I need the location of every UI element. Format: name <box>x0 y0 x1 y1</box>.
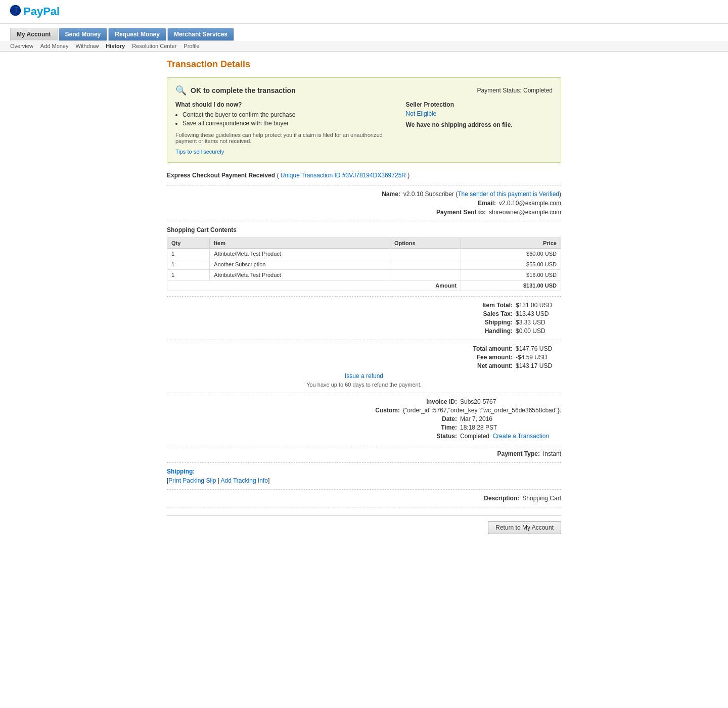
shipping-row: Shipping: $3.33 USD <box>167 319 561 326</box>
amount-label: Amount <box>167 280 461 291</box>
invoice-id-label: Invoice ID: <box>396 398 457 405</box>
fee-amount-label: Fee amount: <box>452 354 513 361</box>
table-row: 1 Attribute/Meta Test Product $60.00 USD <box>167 249 561 259</box>
shipping-links: [Print Packing Slip | Add Tracking Info] <box>167 477 561 484</box>
refund-note: You have up to 60 days to refund the pay… <box>167 382 561 388</box>
issue-refund-link[interactable]: Issue a refund <box>167 372 561 380</box>
nav-add-money[interactable]: Add Money <box>40 43 69 49</box>
main-content: Transaction Details 🔍 OK to complete the… <box>157 52 571 542</box>
create-transaction-link[interactable]: Create a Transaction <box>493 433 549 440</box>
item-total-label: Item Total: <box>452 302 513 309</box>
email-value: v2.0.10@example.com <box>499 200 561 207</box>
invoice-id-row: Invoice ID: Subs20-5767 <box>167 398 561 405</box>
nav-send-money[interactable]: Send Money <box>59 28 108 41</box>
handling-label: Handling: <box>452 327 513 335</box>
payment-status-label: Payment Status: <box>477 87 522 94</box>
cart-price: $16.00 USD <box>461 270 561 280</box>
payment-type-label: Payment Type: <box>479 450 540 457</box>
shopping-cart-title: Shopping Cart Contents <box>167 226 561 233</box>
logo: 🅙 PayPal <box>10 5 718 18</box>
paypal-logo-text: PayPal <box>23 5 60 18</box>
col-price: Price <box>461 238 561 249</box>
nav-withdraw[interactable]: Withdraw <box>76 43 99 49</box>
sales-tax-row: Sales Tax: $13.43 USD <box>167 310 561 317</box>
name-label: Name: <box>330 191 400 198</box>
status-right: Seller Protection Not Eligible We have n… <box>406 101 553 155</box>
add-tracking-info-link[interactable]: Add Tracking Info <box>221 477 268 484</box>
nav-history[interactable]: History <box>106 43 125 49</box>
totals-section: Item Total: $131.00 USD Sales Tax: $13.4… <box>167 302 561 335</box>
payment-type-row: Payment Type: Instant <box>167 450 561 457</box>
print-packing-slip-link[interactable]: Print Packing Slip <box>168 477 216 484</box>
divider-2 <box>167 221 561 221</box>
status-note: Following these guidelines can help prot… <box>175 132 396 144</box>
unique-transaction-link[interactable]: Unique Transaction ID #3VJ78194DX369725R <box>279 172 407 179</box>
not-eligible-link[interactable]: Not Eligible <box>406 110 553 117</box>
return-button[interactable]: Return to My Account <box>488 521 561 534</box>
payment-type-value: Instant <box>543 450 561 457</box>
email-row: Email: v2.0.10@example.com <box>167 200 561 207</box>
nav-request-money[interactable]: Request Money <box>108 28 166 41</box>
cart-table: Qty Item Options Price 1 Attribute/Meta … <box>167 238 561 291</box>
payment-status: Payment Status: Completed <box>477 87 553 94</box>
total-amount-label: Total amount: <box>452 345 513 352</box>
description-value: Shopping Cart <box>522 495 561 502</box>
status-bullets: Contact the buyer to confirm the purchas… <box>183 111 396 127</box>
cart-item: Another Subscription <box>210 259 390 270</box>
divider-5 <box>167 393 561 393</box>
divider-7 <box>167 462 561 463</box>
page-title: Transaction Details <box>167 59 561 70</box>
total-amount-row: Total amount: $147.76 USD <box>167 345 561 352</box>
name-row: Name: v2.0.10 Subscriber (The sender of … <box>167 191 561 198</box>
cart-options <box>390 259 461 270</box>
description-row: Description: Shopping Cart <box>167 495 561 502</box>
cart-options <box>390 249 461 259</box>
transaction-title: Express Checkout Payment Received ( Uniq… <box>167 172 561 179</box>
cart-item: Attribute/Meta Test Product <box>210 270 390 280</box>
primary-nav: My Account Send Money Request Money Merc… <box>0 24 728 41</box>
header: 🅙 PayPal <box>0 0 728 24</box>
col-qty: Qty <box>167 238 210 249</box>
status-body: What should I do now? Contact the buyer … <box>175 101 553 155</box>
status-value: Completed Create a Transaction <box>460 433 561 440</box>
divider-1 <box>167 185 561 185</box>
shipping-label: Shipping: <box>452 319 513 326</box>
payment-sent-value: storeowner@example.com <box>489 209 561 216</box>
item-total-row: Item Total: $131.00 USD <box>167 302 561 309</box>
status-left: What should I do now? Contact the buyer … <box>175 101 396 155</box>
cart-price: $60.00 USD <box>461 249 561 259</box>
ok-icon: 🔍 <box>175 85 187 96</box>
custom-row: Custom: {"order_id":5767,"order_key":"wc… <box>167 407 561 414</box>
handling-value: $0.00 USD <box>516 327 561 335</box>
status-row: Status: Completed Create a Transaction <box>167 433 561 440</box>
what-to-do: What should I do now? <box>175 101 396 108</box>
amount-row: Amount $131.00 USD <box>167 280 561 291</box>
total-amount-value: $147.76 USD <box>516 345 561 352</box>
shipping-title: Shipping: <box>167 468 561 475</box>
cart-item: Attribute/Meta Test Product <box>210 249 390 259</box>
date-row: Date: Mar 7, 2016 <box>167 415 561 422</box>
time-row: Time: 18:18:28 PST <box>167 424 561 431</box>
handling-row: Handling: $0.00 USD <box>167 327 561 335</box>
nav-my-account[interactable]: My Account <box>10 28 58 41</box>
payment-sent-row: Payment Sent to: storeowner@example.com <box>167 209 561 216</box>
description-label: Description: <box>459 495 519 502</box>
date-label: Date: <box>396 415 457 422</box>
no-shipping: We have no shipping address on file. <box>406 121 553 128</box>
sales-tax-value: $13.43 USD <box>516 310 561 317</box>
nav-overview[interactable]: Overview <box>10 43 33 49</box>
shipping-value: $3.33 USD <box>516 319 561 326</box>
divider-4 <box>167 340 561 340</box>
email-label: Email: <box>425 200 496 207</box>
name-value: v2.0.10 Subscriber (The sender of this p… <box>403 191 561 198</box>
return-section: Return to My Account <box>167 515 561 534</box>
table-row: 1 Another Subscription $55.00 USD <box>167 259 561 270</box>
fee-amount-value: -$4.59 USD <box>516 354 561 361</box>
nav-profile[interactable]: Profile <box>184 43 199 49</box>
table-row: 1 Attribute/Meta Test Product $16.00 USD <box>167 270 561 280</box>
tips-link[interactable]: Tips to sell securely <box>175 149 224 155</box>
nav-merchant-services[interactable]: Merchant Services <box>167 28 234 41</box>
payment-status-value: Completed <box>523 87 553 94</box>
transaction-type: Express Checkout Payment Received <box>167 172 275 179</box>
nav-resolution-center[interactable]: Resolution Center <box>132 43 176 49</box>
